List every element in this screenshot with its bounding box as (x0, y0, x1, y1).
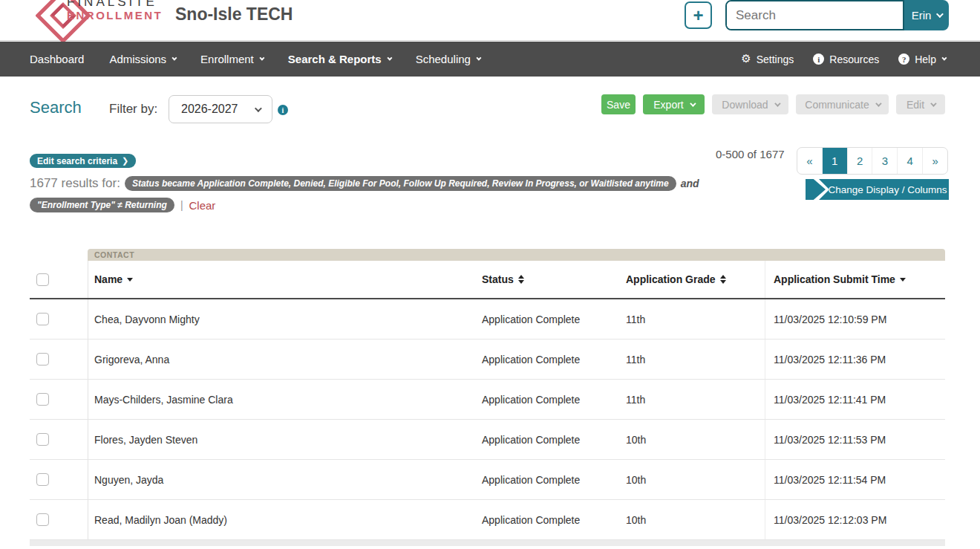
search-input[interactable] (727, 1, 904, 29)
criteria-badge-status: Status became Application Complete, Deni… (125, 176, 676, 191)
nav-item-help[interactable]: ?Help (898, 53, 945, 65)
save-button[interactable]: Save (601, 94, 636, 114)
results-line: 1677 results for: Status became Applicat… (30, 176, 699, 191)
app-window: FINALSITE ENROLLMENT Sno-Isle TECH + Eri… (0, 0, 980, 549)
export-button[interactable]: Export (643, 94, 705, 114)
pagination-page-3[interactable]: 3 (872, 148, 898, 174)
row-checkbox[interactable] (36, 313, 49, 325)
change-display-columns-button[interactable]: Change Display / Columns (806, 179, 949, 200)
global-search: Erin (725, 0, 949, 30)
add-button[interactable]: + (685, 1, 712, 29)
cell-application-submit-time: 11/03/2025 12:10:59 PM (765, 299, 945, 339)
chevron-down-icon (387, 56, 392, 61)
cell-name[interactable]: Flores, Jayden Steven (88, 420, 482, 459)
chevron-down-icon (172, 56, 177, 61)
chevron-right-icon: ❯ (122, 156, 128, 166)
nav-left: Dashboard Admissions Enrollment Search &… (0, 53, 480, 65)
edit-search-criteria-button[interactable]: Edit search criteria ❯ (30, 154, 136, 168)
cell-name[interactable]: Mays-Childers, Jasmine Clara (88, 380, 482, 419)
nav-item-scheduling[interactable]: Scheduling (416, 53, 480, 65)
row-checkbox[interactable] (36, 473, 49, 486)
cell-application-submit-time: 11/03/2025 12:11:36 PM (765, 340, 945, 379)
nav-right: ⚙Settings iResources ?Help (741, 53, 945, 65)
nav-item-enrollment[interactable]: Enrollment (200, 53, 263, 65)
column-header-name[interactable]: Name (88, 261, 482, 298)
column-header-application-submit-time[interactable]: Application Submit Time (765, 261, 945, 298)
brand-enrollment: ENROLLMENT (67, 10, 163, 22)
edit-button[interactable]: Edit (896, 94, 945, 114)
row-checkbox[interactable] (36, 353, 49, 366)
contact-group-label: CONTACT (88, 250, 134, 259)
criteria-conjunction: and (681, 178, 699, 189)
clear-link[interactable]: Clear (189, 199, 216, 212)
contact-group-header: CONTACT (88, 249, 945, 261)
info-icon: i (813, 53, 824, 65)
cell-status: Application Complete (482, 514, 626, 526)
select-all-checkbox[interactable] (36, 273, 49, 286)
row-checkbox[interactable] (36, 513, 49, 526)
year-filter-select[interactable]: 2026-2027 (169, 95, 272, 123)
pagination-prev[interactable]: « (797, 148, 823, 174)
row-checkbox[interactable] (36, 393, 49, 406)
pagination-next[interactable]: » (923, 148, 947, 174)
cell-name[interactable]: Chea, Dayvonn Mighty (88, 299, 482, 339)
criteria-line-2: "Enrollment Type" ≠ Returning | Clear (30, 198, 215, 212)
question-icon: ? (898, 53, 909, 65)
cell-name[interactable]: Grigoreva, Anna (88, 340, 482, 379)
nav-item-resources[interactable]: iResources (813, 53, 879, 65)
nav-item-search-reports[interactable]: Search & Reports (288, 53, 391, 65)
cell-name[interactable]: Nguyen, Jayda (88, 460, 482, 499)
communicate-button[interactable]: Communicate (796, 94, 889, 114)
cell-status: Application Complete (482, 314, 626, 325)
column-header-application-grade[interactable]: Application Grade (626, 261, 765, 298)
table-row[interactable]: Chea, Dayvonn Mighty Application Complet… (30, 299, 945, 340)
column-header-status[interactable]: Status (482, 261, 626, 298)
result-range-text: 0-500 of 1677 (716, 148, 785, 160)
table-row[interactable]: Grigoreva, Anna Application Complete 11t… (30, 340, 945, 380)
row-checkbox[interactable] (36, 433, 49, 446)
chevron-down-icon (259, 56, 264, 61)
cell-application-submit-time: 11/03/2025 12:11:53 PM (765, 420, 945, 459)
pagination-page-2[interactable]: 2 (848, 148, 873, 174)
cell-application-grade: 10th (626, 474, 765, 486)
table-header-row: Name Status Application Grade Applicatio… (30, 261, 945, 299)
download-button[interactable]: Download (712, 94, 788, 114)
results-count: 1677 results for: (30, 176, 120, 191)
chevron-down-icon (255, 105, 262, 112)
criteria-badge-enrollment-type: "Enrollment Type" ≠ Returning (30, 198, 174, 212)
results-table: CONTACT Name Status Application Grade Ap… (30, 249, 945, 546)
filter-label: Filter by: (109, 102, 157, 117)
chevron-down-icon (774, 100, 780, 106)
change-display-label: Change Display / Columns (819, 179, 949, 200)
cell-name[interactable]: Read, Madilyn Joan (Maddy) (88, 500, 482, 539)
page-title: Search (30, 98, 82, 117)
filter-info-icon[interactable]: i (278, 105, 288, 115)
school-name: Sno-Isle TECH (175, 4, 293, 25)
brand-finalsite: FINALSITE (67, 0, 163, 10)
pagination-page-4[interactable]: 4 (898, 148, 923, 174)
top-header: FINALSITE ENROLLMENT Sno-Isle TECH + Eri… (0, 0, 980, 41)
table-bottom-strip (30, 540, 945, 546)
sort-both-icon (518, 275, 524, 284)
nav-item-settings[interactable]: ⚙Settings (741, 53, 794, 65)
table-row[interactable]: Read, Madilyn Joan (Maddy) Application C… (30, 500, 945, 540)
sort-both-icon (720, 275, 726, 284)
table-row[interactable]: Flores, Jayden Steven Application Comple… (30, 420, 945, 460)
nav-item-dashboard[interactable]: Dashboard (30, 53, 84, 65)
user-name: Erin (912, 9, 932, 22)
search-box (725, 0, 904, 30)
cell-application-submit-time: 11/03/2025 12:12:03 PM (765, 500, 945, 539)
cell-status: Application Complete (482, 394, 626, 406)
pagination-page-1[interactable]: 1 (823, 148, 848, 174)
cell-application-submit-time: 11/03/2025 12:11:41 PM (765, 380, 945, 419)
sort-desc-icon (127, 278, 133, 282)
table-row[interactable]: Mays-Childers, Jasmine Clara Application… (30, 380, 945, 420)
cell-application-grade: 11th (626, 394, 765, 406)
main-navbar: Dashboard Admissions Enrollment Search &… (0, 42, 980, 77)
gear-icon: ⚙ (741, 53, 751, 65)
cell-status: Application Complete (482, 474, 626, 486)
brand-text: FINALSITE ENROLLMENT (67, 0, 163, 22)
nav-item-admissions[interactable]: Admissions (109, 53, 175, 65)
table-row[interactable]: Nguyen, Jayda Application Complete 10th … (30, 460, 945, 500)
user-menu-button[interactable]: Erin (904, 0, 949, 30)
